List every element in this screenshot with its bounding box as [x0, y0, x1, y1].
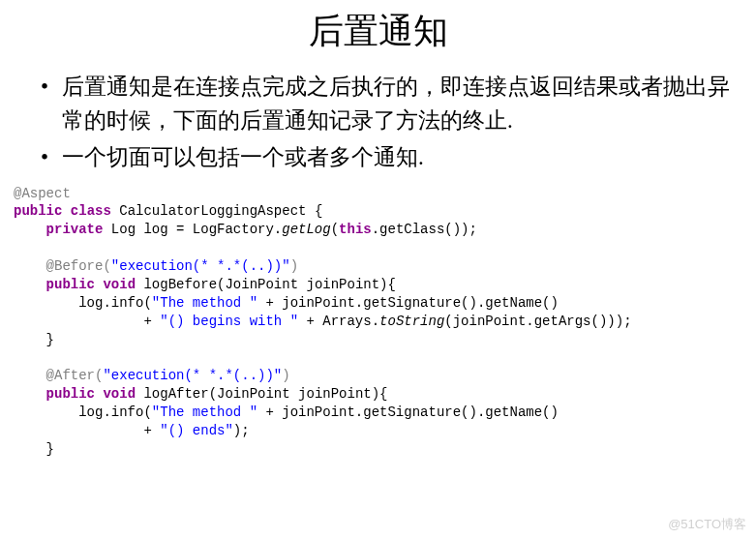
string-literal: "execution(* *.*(..))"	[103, 368, 282, 383]
code-text: + joinPoint.getSignature().getName()	[257, 404, 559, 420]
content-area: 后置通知是在连接点完成之后执行的，即连接点返回结果或者抛出异常的时候，下面的后置…	[0, 71, 756, 459]
code-text: log.info(	[14, 295, 152, 311]
code-block: @Aspect public class CalculatorLoggingAs…	[14, 185, 737, 459]
annotation-before: @Before	[46, 258, 104, 274]
code-text: );	[233, 423, 250, 438]
bullet-item: 后置通知是在连接点完成之后执行的，即连接点返回结果或者抛出异常的时候，下面的后置…	[39, 71, 737, 137]
annotation-aspect: @Aspect	[14, 186, 71, 201]
keyword-void: void	[103, 386, 136, 402]
code-text: Log log = LogFactory.	[103, 222, 282, 237]
page-title: 后置通知	[0, 0, 756, 71]
code-text: .getClass());	[372, 222, 477, 237]
string-literal: "The method "	[152, 404, 257, 420]
code-text: }	[14, 332, 54, 347]
code-text: + Arrays.	[298, 314, 379, 329]
bullet-list: 后置通知是在连接点完成之后执行的，即连接点返回结果或者抛出异常的时候，下面的后置…	[39, 71, 737, 175]
method-tostring: toString	[379, 314, 444, 329]
method-getlog: getLog	[282, 222, 330, 237]
method-sig: logAfter(JoinPoint joinPoint){	[136, 386, 387, 402]
method-sig: logBefore(JoinPoint joinPoint){	[136, 277, 396, 292]
code-text: log.info(	[14, 404, 152, 420]
keyword-public: public	[14, 203, 62, 219]
bullet-item: 一个切面可以包括一个或者多个通知.	[39, 141, 737, 175]
code-text: +	[14, 314, 160, 329]
class-name: CalculatorLoggingAspect {	[111, 203, 322, 219]
code-text: )	[290, 258, 298, 274]
string-literal: "() ends"	[160, 423, 233, 438]
keyword-class: class	[71, 203, 111, 219]
code-text: (	[331, 222, 339, 237]
code-text: +	[14, 423, 160, 438]
string-literal: "execution(* *.*(..))"	[111, 258, 290, 274]
watermark: @51CTO博客	[668, 516, 746, 533]
string-literal: "() begins with "	[160, 314, 298, 329]
annotation-after: @After	[46, 368, 95, 383]
code-text: (joinPoint.getArgs()));	[444, 314, 631, 329]
code-text: + joinPoint.getSignature().getName()	[257, 295, 559, 311]
keyword-public: public	[46, 277, 95, 292]
code-text: )	[282, 368, 289, 383]
keyword-public: public	[46, 386, 95, 402]
keyword-private: private	[46, 222, 104, 237]
code-text: (	[103, 258, 110, 274]
keyword-void: void	[103, 277, 136, 292]
keyword-this: this	[339, 222, 372, 237]
code-text: }	[14, 441, 54, 457]
string-literal: "The method "	[152, 295, 257, 311]
